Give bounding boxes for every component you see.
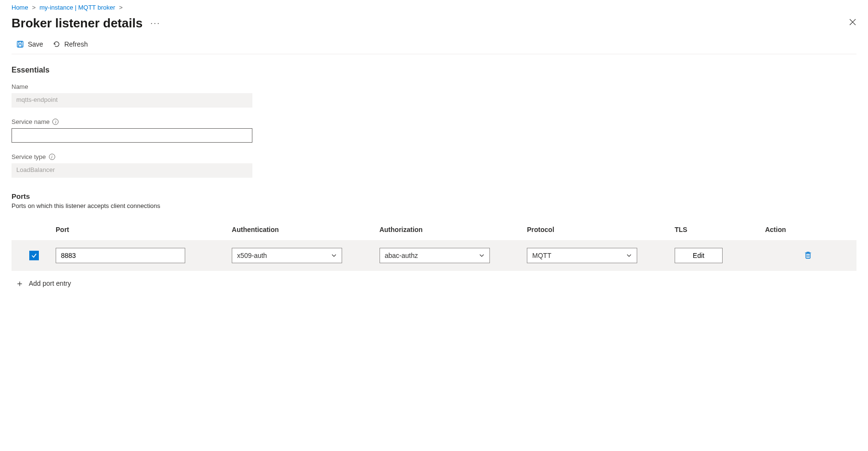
ports-table-header: Port Authentication Authorization Protoc… (12, 224, 856, 240)
page-title: Broker listener details (12, 16, 143, 31)
close-icon (849, 18, 856, 26)
refresh-label: Refresh (64, 40, 88, 48)
ports-description: Ports on which this listener accepts cli… (12, 202, 856, 209)
save-label: Save (28, 40, 43, 48)
svg-rect-3 (19, 41, 22, 43)
add-port-label: Add port entry (29, 280, 71, 287)
row-checkbox[interactable] (29, 251, 39, 260)
info-icon[interactable]: i (49, 154, 55, 160)
col-tls: TLS (675, 226, 761, 233)
trash-icon (804, 251, 812, 259)
page-header: Broker listener details ··· (12, 16, 856, 31)
col-port: Port (56, 226, 227, 233)
svg-rect-2 (17, 41, 23, 47)
check-icon (31, 252, 37, 259)
chevron-down-icon (331, 253, 337, 258)
more-actions-icon[interactable]: ··· (150, 18, 160, 28)
auth-select[interactable]: x509-auth (232, 248, 342, 263)
close-button[interactable] (849, 18, 856, 28)
info-icon[interactable]: i (52, 119, 59, 125)
col-authz: Authorization (380, 226, 523, 233)
ports-section: Ports Ports on which this listener accep… (12, 192, 856, 289)
plus-icon: ＋ (15, 278, 24, 289)
chevron-down-icon (479, 253, 485, 258)
protocol-select[interactable]: MQTT (527, 248, 637, 263)
essentials-section: Essentials Name mqtts-endpoint Service n… (12, 66, 856, 178)
service-type-value: LoadBalancer (12, 163, 252, 178)
save-icon (16, 40, 24, 48)
col-auth: Authentication (232, 226, 375, 233)
service-name-label: Service name (12, 118, 49, 125)
breadcrumb-instance[interactable]: my-instance | MQTT broker (39, 4, 115, 11)
table-row: x509-auth abac-authz MQTT Edit (12, 240, 856, 271)
chevron-right-icon: > (32, 4, 36, 11)
authz-value: abac-authz (385, 252, 418, 259)
col-protocol: Protocol (527, 226, 670, 233)
add-port-entry-button[interactable]: ＋ Add port entry (12, 271, 71, 289)
refresh-icon (53, 40, 60, 48)
service-type-label: Service type (12, 153, 46, 160)
chevron-down-icon (626, 253, 632, 258)
port-input[interactable] (56, 248, 185, 263)
col-action: Action (765, 226, 851, 233)
chevron-right-icon: > (119, 4, 123, 11)
auth-value: x509-auth (237, 252, 267, 259)
breadcrumb: Home > my-instance | MQTT broker > (12, 4, 856, 11)
service-name-input[interactable] (12, 128, 252, 143)
svg-rect-4 (19, 45, 22, 47)
name-value: mqtts-endpoint (12, 93, 252, 108)
ports-heading: Ports (12, 192, 856, 200)
essentials-heading: Essentials (12, 66, 856, 74)
ports-table: Port Authentication Authorization Protoc… (12, 224, 856, 271)
tls-edit-button[interactable]: Edit (675, 248, 723, 263)
save-button[interactable]: Save (16, 40, 43, 48)
authz-select[interactable]: abac-authz (380, 248, 490, 263)
toolbar: Save Refresh (12, 31, 856, 54)
protocol-value: MQTT (532, 252, 551, 259)
refresh-button[interactable]: Refresh (53, 40, 88, 48)
delete-row-button[interactable] (804, 251, 812, 261)
svg-rect-5 (806, 253, 810, 258)
name-label: Name (12, 83, 856, 90)
breadcrumb-home[interactable]: Home (12, 4, 28, 11)
